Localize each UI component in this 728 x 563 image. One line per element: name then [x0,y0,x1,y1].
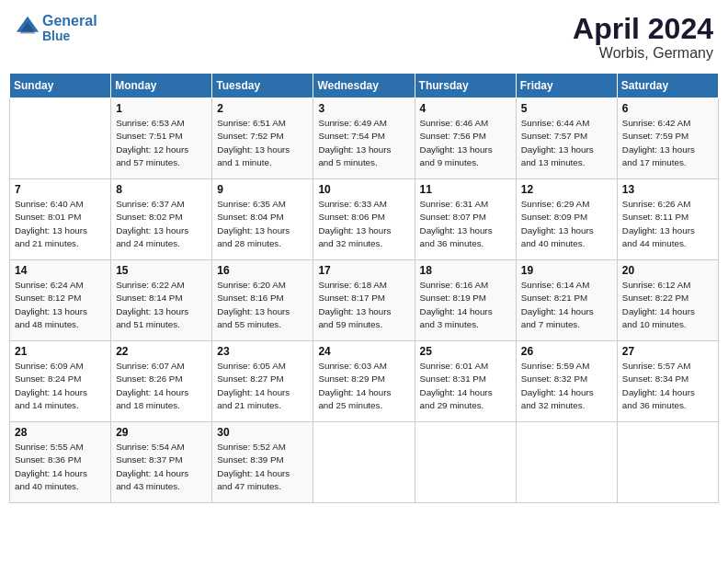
calendar-cell: 13Sunrise: 6:26 AMSunset: 8:11 PMDayligh… [617,179,718,260]
day-info: Sunrise: 6:16 AMSunset: 8:19 PMDaylight:… [420,279,511,331]
day-info: Sunrise: 6:14 AMSunset: 8:21 PMDaylight:… [521,279,612,331]
calendar-table: SundayMondayTuesdayWednesdayThursdayFrid… [9,73,719,503]
calendar-cell: 29Sunrise: 5:54 AMSunset: 8:37 PMDayligh… [111,422,212,503]
calendar-cell: 15Sunrise: 6:22 AMSunset: 8:14 PMDayligh… [111,260,212,341]
day-number: 7 [15,183,106,196]
calendar-cell [10,98,111,179]
calendar-cell: 1Sunrise: 6:53 AMSunset: 7:51 PMDaylight… [111,98,212,179]
calendar-cell: 23Sunrise: 6:05 AMSunset: 8:27 PMDayligh… [212,341,313,422]
calendar-week-row: 14Sunrise: 6:24 AMSunset: 8:12 PMDayligh… [10,260,719,341]
day-number: 12 [521,183,612,196]
day-info: Sunrise: 5:57 AMSunset: 8:34 PMDaylight:… [622,360,713,412]
day-number: 24 [318,345,409,358]
day-number: 13 [622,183,713,196]
calendar-cell: 26Sunrise: 5:59 AMSunset: 8:32 PMDayligh… [516,341,617,422]
day-number: 23 [217,345,308,358]
calendar-cell: 28Sunrise: 5:55 AMSunset: 8:36 PMDayligh… [10,422,111,503]
day-info: Sunrise: 6:51 AMSunset: 7:52 PMDaylight:… [217,117,308,169]
calendar-cell: 4Sunrise: 6:46 AMSunset: 7:56 PMDaylight… [415,98,516,179]
day-number: 18 [420,264,511,277]
calendar-cell: 30Sunrise: 5:52 AMSunset: 8:39 PMDayligh… [212,422,313,503]
calendar-cell: 6Sunrise: 6:42 AMSunset: 7:59 PMDaylight… [617,98,718,179]
day-info: Sunrise: 6:18 AMSunset: 8:17 PMDaylight:… [318,279,409,331]
day-info: Sunrise: 6:42 AMSunset: 7:59 PMDaylight:… [622,117,713,169]
weekday-header: Thursday [415,74,516,98]
day-info: Sunrise: 5:55 AMSunset: 8:36 PMDaylight:… [15,441,106,493]
day-number: 10 [318,183,409,196]
calendar-cell: 8Sunrise: 6:37 AMSunset: 8:02 PMDaylight… [111,179,212,260]
weekday-header: Friday [516,74,617,98]
day-number: 3 [318,102,409,115]
month-year: April 2024 [573,13,713,45]
calendar-cell: 14Sunrise: 6:24 AMSunset: 8:12 PMDayligh… [10,260,111,341]
weekday-header: Sunday [10,74,111,98]
day-info: Sunrise: 6:09 AMSunset: 8:24 PMDaylight:… [15,360,106,412]
calendar-cell: 17Sunrise: 6:18 AMSunset: 8:17 PMDayligh… [313,260,415,341]
day-number: 9 [217,183,308,196]
day-number: 5 [521,102,612,115]
day-number: 6 [622,102,713,115]
calendar-cell: 2Sunrise: 6:51 AMSunset: 7:52 PMDaylight… [212,98,313,179]
day-info: Sunrise: 6:31 AMSunset: 8:07 PMDaylight:… [420,198,511,250]
day-info: Sunrise: 5:54 AMSunset: 8:37 PMDaylight:… [116,441,207,493]
calendar-cell: 25Sunrise: 6:01 AMSunset: 8:31 PMDayligh… [415,341,516,422]
page-header: General Blue April 2024 Worbis, Germany [9,9,719,65]
calendar-cell: 3Sunrise: 6:49 AMSunset: 7:54 PMDaylight… [313,98,415,179]
calendar-cell [516,422,617,503]
day-number: 1 [116,102,207,115]
calendar-cell [617,422,718,503]
calendar-cell: 12Sunrise: 6:29 AMSunset: 8:09 PMDayligh… [516,179,617,260]
day-number: 22 [116,345,207,358]
logo: General Blue [15,13,97,43]
day-number: 27 [622,345,713,358]
day-number: 21 [15,345,106,358]
day-info: Sunrise: 6:40 AMSunset: 8:01 PMDaylight:… [15,198,106,250]
day-info: Sunrise: 6:22 AMSunset: 8:14 PMDaylight:… [116,279,207,331]
calendar-cell: 16Sunrise: 6:20 AMSunset: 8:16 PMDayligh… [212,260,313,341]
day-info: Sunrise: 6:29 AMSunset: 8:09 PMDaylight:… [521,198,612,250]
day-info: Sunrise: 6:33 AMSunset: 8:06 PMDaylight:… [318,198,409,250]
day-number: 8 [116,183,207,196]
calendar-cell: 9Sunrise: 6:35 AMSunset: 8:04 PMDaylight… [212,179,313,260]
weekday-header-row: SundayMondayTuesdayWednesdayThursdayFrid… [10,74,719,98]
day-info: Sunrise: 6:12 AMSunset: 8:22 PMDaylight:… [622,279,713,331]
location: Worbis, Germany [573,45,713,62]
calendar-cell: 21Sunrise: 6:09 AMSunset: 8:24 PMDayligh… [10,341,111,422]
day-number: 28 [15,426,106,439]
day-info: Sunrise: 6:07 AMSunset: 8:26 PMDaylight:… [116,360,207,412]
day-number: 26 [521,345,612,358]
calendar-week-row: 28Sunrise: 5:55 AMSunset: 8:36 PMDayligh… [10,422,719,503]
day-info: Sunrise: 6:44 AMSunset: 7:57 PMDaylight:… [521,117,612,169]
day-number: 4 [420,102,511,115]
calendar-week-row: 7Sunrise: 6:40 AMSunset: 8:01 PMDaylight… [10,179,719,260]
calendar-cell: 11Sunrise: 6:31 AMSunset: 8:07 PMDayligh… [415,179,516,260]
day-number: 25 [420,345,511,358]
calendar-week-row: 1Sunrise: 6:53 AMSunset: 7:51 PMDaylight… [10,98,719,179]
weekday-header: Wednesday [313,74,415,98]
day-info: Sunrise: 6:01 AMSunset: 8:31 PMDaylight:… [420,360,511,412]
day-info: Sunrise: 6:24 AMSunset: 8:12 PMDaylight:… [15,279,106,331]
weekday-header: Tuesday [212,74,313,98]
weekday-header: Monday [111,74,212,98]
day-number: 16 [217,264,308,277]
weekday-header: Saturday [617,74,718,98]
calendar-cell: 22Sunrise: 6:07 AMSunset: 8:26 PMDayligh… [111,341,212,422]
day-number: 14 [15,264,106,277]
calendar-cell: 19Sunrise: 6:14 AMSunset: 8:21 PMDayligh… [516,260,617,341]
day-info: Sunrise: 6:05 AMSunset: 8:27 PMDaylight:… [217,360,308,412]
day-info: Sunrise: 6:37 AMSunset: 8:02 PMDaylight:… [116,198,207,250]
day-number: 17 [318,264,409,277]
calendar-cell: 27Sunrise: 5:57 AMSunset: 8:34 PMDayligh… [617,341,718,422]
month-title: April 2024 Worbis, Germany [573,13,713,62]
calendar-cell [415,422,516,503]
calendar-cell: 20Sunrise: 6:12 AMSunset: 8:22 PMDayligh… [617,260,718,341]
logo-icon [15,15,40,40]
day-number: 2 [217,102,308,115]
day-info: Sunrise: 5:52 AMSunset: 8:39 PMDaylight:… [217,441,308,493]
logo-text: General Blue [42,13,97,43]
calendar-cell: 10Sunrise: 6:33 AMSunset: 8:06 PMDayligh… [313,179,415,260]
day-info: Sunrise: 6:20 AMSunset: 8:16 PMDaylight:… [217,279,308,331]
calendar-cell: 7Sunrise: 6:40 AMSunset: 8:01 PMDaylight… [10,179,111,260]
day-info: Sunrise: 6:03 AMSunset: 8:29 PMDaylight:… [318,360,409,412]
calendar-cell: 24Sunrise: 6:03 AMSunset: 8:29 PMDayligh… [313,341,415,422]
